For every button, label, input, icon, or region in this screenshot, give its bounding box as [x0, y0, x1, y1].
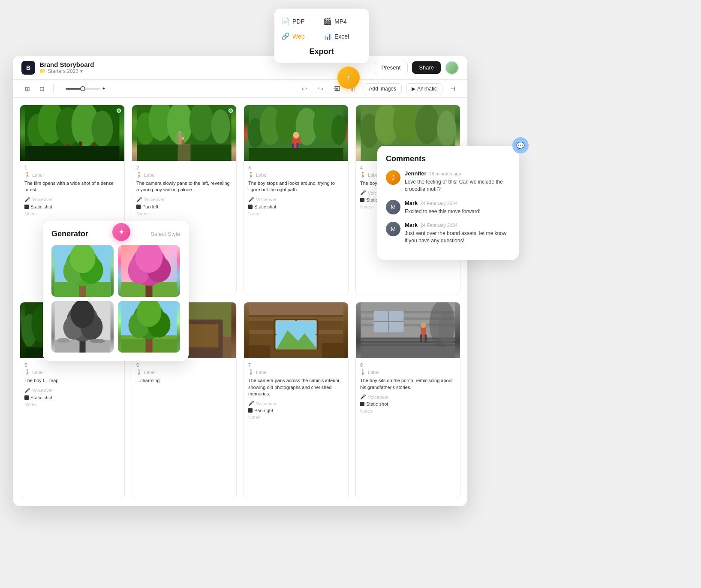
brand-title: Brand Storyboard	[39, 61, 94, 68]
app-header: B Brand Storyboard 📁 Starters 2023 ▾ Pre…	[13, 56, 467, 80]
comment-header-mark-1: Mark 24 February 2024	[405, 200, 510, 206]
shot-text-2: Pan left	[142, 204, 158, 209]
comment-author-mark-1: Mark	[405, 200, 418, 206]
card-desc-3: The boy stops and looks around, trying t…	[248, 180, 344, 193]
brand-subtitle: 📁 Starters 2023 ▾	[39, 68, 94, 74]
card-image-1	[20, 105, 124, 161]
avatar-jennifer: J	[386, 170, 400, 185]
undo-icon[interactable]: ↩	[298, 83, 310, 95]
card-shot-5: Static shot	[24, 395, 120, 400]
play-icon: ▶	[412, 86, 415, 92]
card-body-2: 2 🚶 Label The camera slowly pans to the …	[132, 161, 236, 220]
card-label-row-8: 🚶 Label	[360, 369, 456, 375]
gen-thumb-4[interactable]	[118, 301, 180, 353]
voiceover-1: Voiceover	[32, 197, 53, 202]
card-number-8: 8	[360, 362, 456, 368]
card-shot-7: Pan right	[248, 408, 344, 413]
generator-select-style[interactable]: Select Style	[150, 231, 180, 237]
slider-thumb[interactable]	[80, 86, 85, 91]
card-desc-6: ...charming	[136, 377, 232, 384]
shot-text-8: Static shot	[366, 401, 388, 407]
generator-wand-button[interactable]: ✦	[112, 223, 130, 241]
collapse-icon[interactable]: ⊣	[447, 83, 459, 95]
generator-grid	[51, 245, 180, 353]
card-number-2: 2	[136, 165, 232, 170]
card-notes-1: Notes	[24, 211, 120, 216]
svg-rect-83	[420, 335, 422, 343]
card-label-row-1: 🚶 Label	[24, 172, 120, 178]
gen-thumb-3[interactable]	[51, 301, 114, 353]
card-desc-7: The camera pans across the cabin's inter…	[248, 377, 344, 397]
svg-rect-19	[178, 144, 191, 161]
comment-bubble-icon[interactable]: 💬	[512, 137, 529, 154]
export-web[interactable]: 🔗 Web	[281, 30, 320, 42]
label-text-6: Label	[144, 370, 156, 375]
svg-point-21	[182, 137, 184, 140]
export-grid: 📄 PDF 🎬 MP4 🔗 Web 📊 Excel	[281, 15, 362, 42]
card-body-5: 5 🚶 Label The boy f... map. 🎤 Voiceover …	[20, 358, 124, 411]
comments-panel: Comments J Jennifer 15 minutes ago Love …	[377, 146, 519, 260]
grid-view-icon[interactable]: ⊞	[21, 83, 33, 95]
card-image-8	[356, 302, 460, 358]
comment-text-jennifer: Love the feeling of this! Can we include…	[405, 178, 510, 193]
card-meta-2: 🎤 Voiceover	[136, 197, 232, 202]
gen-thumb-1[interactable]	[51, 245, 114, 297]
svg-point-5	[92, 111, 113, 147]
slider-track[interactable]	[66, 88, 100, 90]
comment-text-mark-2: Just sent over the brand assets, let me …	[405, 230, 510, 244]
toolbar-divider-1	[53, 84, 54, 93]
export-excel[interactable]: 📊 Excel	[323, 30, 362, 42]
voiceover-5: Voiceover	[32, 388, 53, 393]
mp4-icon: 🎬	[323, 17, 332, 25]
svg-point-41	[437, 111, 456, 147]
card-number-7: 7	[248, 362, 344, 368]
toolbar-right: ↩ ↪ 🖼 🗑 Add images ▶ Animatic ⊣	[298, 83, 459, 95]
card-meta-7: 🎤 Voiceover	[248, 401, 344, 406]
add-images-button[interactable]: Add images	[364, 83, 402, 94]
card-desc-2: The camera slowly pans to the left, reve…	[136, 180, 232, 193]
card-number-5: 5	[24, 362, 120, 368]
chevron-icon: ▾	[80, 68, 83, 74]
card-label-row-6: 🚶 Label	[136, 369, 232, 375]
svg-rect-58	[189, 324, 219, 347]
card-notes-3: Notes	[248, 211, 344, 216]
gen-thumb-2[interactable]	[118, 245, 180, 297]
voiceover-7: Voiceover	[256, 401, 277, 406]
shot-icon-4	[360, 198, 364, 202]
brand-icon: B	[21, 61, 35, 75]
app-toolbar: ⊞ ⊟ — + ↩ ↪ 🖼 🗑 Add images ▶ Animatic ⊣	[13, 80, 467, 98]
label-text-5: Label	[32, 370, 44, 375]
card-shot-1: Static shot	[24, 204, 120, 209]
card-meta-5: 🎤 Voiceover	[24, 388, 120, 393]
card-body-3: 3 🚶 Label The boy stops and looks around…	[244, 161, 348, 220]
redo-icon[interactable]: ↪	[315, 83, 327, 95]
animatic-button[interactable]: ▶ Animatic	[406, 83, 442, 94]
card-meta-3: 🎤 Voiceover	[248, 197, 344, 202]
export-mp4[interactable]: 🎬 MP4	[323, 15, 362, 27]
pdf-label: PDF	[292, 18, 304, 25]
comment-header-jennifer: Jennifer 15 minutes ago	[405, 170, 510, 177]
header-left: B Brand Storyboard 📁 Starters 2023 ▾	[21, 61, 94, 75]
upload-button[interactable]: ↑	[337, 66, 360, 89]
card-body-8: 8 🚶 Label The boy sits on the porch, rem…	[356, 358, 460, 418]
card-label-row-7: 🚶 Label	[248, 369, 344, 375]
comment-item-jennifer: J Jennifer 15 minutes ago Love the feeli…	[386, 170, 510, 193]
list-view-icon[interactable]: ⊟	[36, 83, 48, 95]
shot-icon-7	[248, 408, 253, 413]
comment-time-mark-1: 24 February 2024	[420, 201, 457, 206]
present-button[interactable]: Present	[374, 61, 408, 74]
pdf-icon: 📄	[281, 17, 290, 25]
shot-text-7: Pan right	[254, 408, 273, 413]
generator-title: Generator	[51, 229, 88, 238]
comment-author-jennifer: Jennifer	[405, 170, 427, 177]
share-button[interactable]: Share	[412, 61, 441, 74]
card-body-1: 1 🚶 Label The film opens with a wide sho…	[20, 161, 124, 220]
label-text-2: Label	[144, 172, 156, 178]
card-image-2	[132, 105, 236, 161]
svg-point-110	[71, 301, 95, 328]
label-text-7: Label	[256, 370, 268, 375]
export-pdf[interactable]: 📄 PDF	[281, 15, 320, 27]
voiceover-8: Voiceover	[368, 395, 388, 400]
card-notes-7: Notes	[248, 415, 344, 420]
svg-rect-20	[182, 139, 184, 145]
